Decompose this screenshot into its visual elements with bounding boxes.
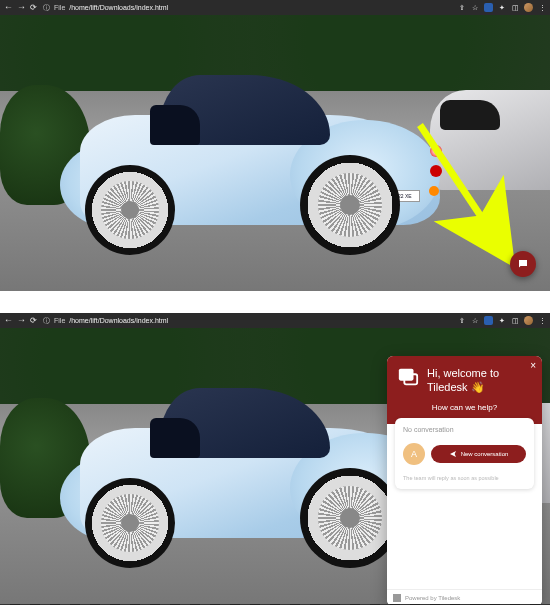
back-button[interactable]: ← bbox=[4, 3, 13, 12]
send-icon bbox=[449, 450, 457, 458]
extensions-puzzle-icon[interactable]: ✦ bbox=[498, 317, 506, 325]
tiledesk-logo-icon bbox=[397, 366, 419, 388]
chat-subtitle: How can we help? bbox=[397, 403, 532, 412]
share-icon[interactable]: ⇪ bbox=[458, 4, 466, 12]
url-scheme-label: File bbox=[54, 317, 65, 324]
page-content: GN22 XE bbox=[0, 15, 550, 291]
powered-by-label[interactable]: Powered by Tiledesk bbox=[405, 595, 460, 601]
forward-button[interactable]: → bbox=[17, 3, 26, 12]
address-bar[interactable]: ⓘ File /home/lift/Downloads/index.html bbox=[43, 3, 452, 13]
panel-icon[interactable]: ◫ bbox=[511, 317, 519, 325]
url-text: /home/lift/Downloads/index.html bbox=[69, 4, 168, 11]
no-conversation-label: No conversation bbox=[403, 426, 526, 433]
site-info-icon[interactable]: ⓘ bbox=[43, 3, 50, 13]
forward-button[interactable]: → bbox=[17, 316, 26, 325]
chat-footer: Powered by Tiledesk bbox=[387, 589, 542, 604]
chat-header: × Hi, welcome to Tiledesk 👋 How can we h… bbox=[387, 356, 542, 424]
extension-icon[interactable] bbox=[484, 316, 493, 325]
new-conversation-button[interactable]: New conversation bbox=[431, 445, 526, 463]
url-text: /home/lift/Downloads/index.html bbox=[69, 317, 168, 324]
chat-icon bbox=[517, 258, 529, 270]
chat-conversation-card: No conversation A New conversation The t… bbox=[395, 418, 534, 489]
bookmark-icon[interactable]: ☆ bbox=[471, 317, 479, 325]
panel-icon[interactable]: ◫ bbox=[511, 4, 519, 12]
reply-time-note: The team will reply as soon as possible bbox=[403, 475, 526, 481]
chat-widget: × Hi, welcome to Tiledesk 👋 How can we h… bbox=[387, 356, 542, 604]
reload-button[interactable]: ⟳ bbox=[30, 316, 37, 325]
back-button[interactable]: ← bbox=[4, 316, 13, 325]
browser-toolbar: ← → ⟳ ⓘ File /home/lift/Downloads/index.… bbox=[0, 0, 550, 15]
extension-icon[interactable] bbox=[484, 3, 493, 12]
profile-avatar-icon[interactable] bbox=[524, 316, 533, 325]
extensions-puzzle-icon[interactable]: ✦ bbox=[498, 4, 506, 12]
menu-icon[interactable]: ⋮ bbox=[538, 4, 546, 12]
site-info-icon[interactable]: ⓘ bbox=[43, 316, 50, 326]
tiledesk-mini-icon bbox=[393, 594, 401, 602]
chat-welcome-title: Hi, welcome to Tiledesk 👋 bbox=[427, 366, 499, 395]
url-scheme-label: File bbox=[54, 4, 65, 11]
reload-button[interactable]: ⟳ bbox=[30, 3, 37, 12]
address-bar[interactable]: ⓘ File /home/lift/Downloads/index.html bbox=[43, 316, 452, 326]
chat-launcher-button[interactable] bbox=[510, 251, 536, 277]
menu-icon[interactable]: ⋮ bbox=[538, 317, 546, 325]
profile-avatar-icon[interactable] bbox=[524, 3, 533, 12]
new-conversation-label: New conversation bbox=[461, 451, 509, 457]
agent-avatar: A bbox=[403, 443, 425, 465]
roadster-car: GN22 XE bbox=[40, 75, 460, 255]
close-icon[interactable]: × bbox=[530, 360, 536, 371]
page-content: GN22 XE × Hi, welcome to Tiledesk 👋 bbox=[0, 328, 550, 604]
bookmark-icon[interactable]: ☆ bbox=[471, 4, 479, 12]
browser-toolbar: ← → ⟳ ⓘ File /home/lift/Downloads/index.… bbox=[0, 313, 550, 328]
chat-welcome-line1: Hi, welcome to bbox=[427, 367, 499, 379]
chat-welcome-line2: Tiledesk 👋 bbox=[427, 381, 485, 393]
share-icon[interactable]: ⇪ bbox=[458, 317, 466, 325]
